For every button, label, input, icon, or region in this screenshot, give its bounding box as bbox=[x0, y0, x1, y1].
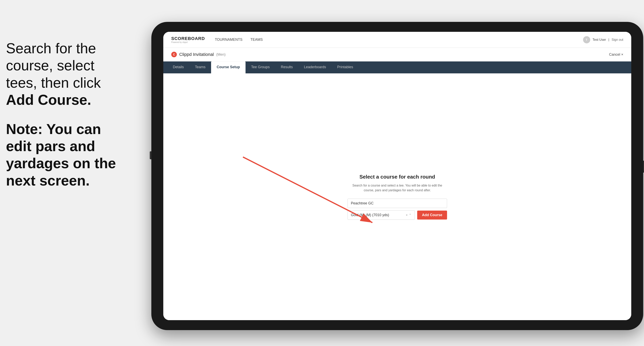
tab-printables[interactable]: Printables bbox=[332, 61, 359, 73]
tab-leaderboards[interactable]: Leaderboards bbox=[298, 61, 332, 73]
tournament-title: C Clippd Invitational (Men) bbox=[171, 52, 226, 57]
side-button bbox=[150, 151, 151, 159]
panel-description: Search for a course and select a tee. Yo… bbox=[348, 183, 447, 193]
tee-select-controls: × ⌃ bbox=[406, 213, 412, 217]
tablet-screen: SCOREBOARD Powered by clippd TOURNAMENTS… bbox=[163, 32, 631, 320]
course-search-input[interactable] bbox=[348, 199, 447, 208]
cancel-button[interactable]: Cancel × bbox=[609, 52, 623, 57]
top-nav: SCOREBOARD Powered by clippd TOURNAMENTS… bbox=[163, 32, 631, 48]
cancel-icon: × bbox=[621, 52, 623, 56]
instruction-main-text: Search for the course, select tees, then… bbox=[6, 40, 118, 109]
tab-tee-groups[interactable]: Tee Groups bbox=[246, 61, 275, 73]
panel-title: Select a course for each round bbox=[348, 174, 447, 180]
tournament-name: Clippd Invitational bbox=[179, 52, 214, 57]
tablet-device: SCOREBOARD Powered by clippd TOURNAMENTS… bbox=[151, 22, 643, 330]
logo-title: SCOREBOARD bbox=[171, 36, 205, 41]
tournament-gender: (Men) bbox=[216, 52, 226, 57]
tab-details[interactable]: Details bbox=[167, 61, 190, 73]
tournament-header: C Clippd Invitational (Men) Cancel × bbox=[163, 48, 631, 61]
nav-teams[interactable]: TEAMS bbox=[250, 37, 263, 43]
main-content: Select a course for each round Search fo… bbox=[163, 73, 631, 320]
tee-select-value: Gold (M) (M) (7010 yds) bbox=[351, 213, 389, 217]
cancel-label: Cancel bbox=[609, 52, 620, 56]
nav-tournaments[interactable]: TOURNAMENTS bbox=[215, 37, 242, 43]
tee-select-row: Gold (M) (M) (7010 yds) × ⌃ Add Course bbox=[348, 210, 447, 220]
tee-select-wrapper[interactable]: Gold (M) (M) (7010 yds) × ⌃ bbox=[348, 210, 415, 220]
instruction-note-text: Note: You can edit pars and yardages on … bbox=[6, 121, 118, 189]
logo-area: SCOREBOARD Powered by clippd bbox=[171, 36, 205, 43]
chevron-icon: ⌃ bbox=[409, 213, 412, 217]
instruction-bold: Add Course. bbox=[6, 92, 91, 108]
tab-teams[interactable]: Teams bbox=[190, 61, 211, 73]
tab-results[interactable]: Results bbox=[275, 61, 298, 73]
tab-course-setup[interactable]: Course Setup bbox=[211, 61, 246, 73]
clear-icon[interactable]: × bbox=[406, 213, 408, 217]
user-area: T Test User | Sign out bbox=[583, 36, 623, 43]
nav-links: TOURNAMENTS TEAMS bbox=[215, 37, 583, 43]
logo-subtitle: Powered by clippd bbox=[171, 41, 205, 43]
add-course-button[interactable]: Add Course bbox=[417, 211, 447, 219]
avatar: T bbox=[583, 36, 590, 43]
power-button bbox=[643, 161, 644, 173]
user-name: Test User bbox=[592, 38, 606, 41]
tournament-icon: C bbox=[171, 52, 177, 57]
separator: | bbox=[608, 38, 609, 41]
tab-nav: Details Teams Course Setup Tee Groups Re… bbox=[163, 61, 631, 73]
instruction-panel: Search for the course, select tees, then… bbox=[6, 40, 118, 189]
course-setup-panel: Select a course for each round Search fo… bbox=[348, 174, 447, 220]
sign-out-link[interactable]: Sign out bbox=[612, 38, 623, 41]
